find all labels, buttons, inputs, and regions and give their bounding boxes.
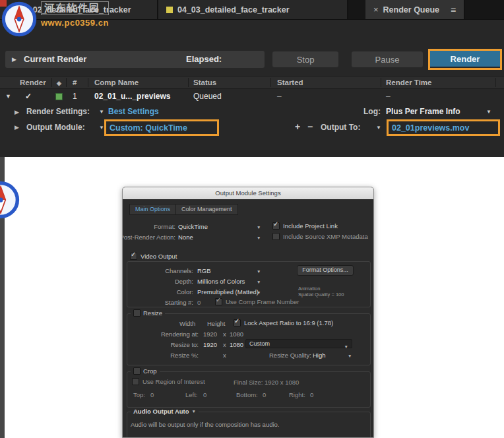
color-dropdown-icon[interactable]: ▼	[257, 290, 261, 295]
crop-top-label: Top:	[133, 391, 145, 398]
log-value[interactable]: Plus Per Frame Info	[386, 107, 460, 116]
render-settings-label: Render Settings:	[26, 107, 90, 116]
checkmark-icon: ✓	[131, 251, 136, 258]
crop-left-field[interactable]: 0	[203, 391, 206, 398]
log-dropdown-icon[interactable]: ▼	[486, 109, 491, 115]
column-render-time[interactable]: Render Time	[386, 78, 431, 86]
elapsed-label: Elapsed:	[186, 54, 222, 64]
watermark-site-name: 河东软件园	[41, 1, 109, 15]
queue-item-comp-name[interactable]: 02_01_u..._previews	[94, 92, 170, 101]
crop-right-label: Right:	[289, 391, 305, 398]
video-output-checkbox[interactable]: ✓ Video Output	[130, 253, 177, 260]
watermark: 河东软件园 www.pc0359.cn	[1, 1, 109, 37]
include-xmp-checkbox[interactable]: Include Source XMP Metadata	[272, 233, 368, 240]
final-size-label: Final Size: 1920 x 1080	[234, 379, 299, 386]
expand-triangle-icon[interactable]: ▼	[5, 93, 11, 100]
column-started[interactable]: Started	[277, 78, 303, 86]
pause-button[interactable]: Pause	[352, 51, 423, 67]
depth-select[interactable]: Millions of Colors	[197, 278, 245, 285]
output-module-dropdown-icon[interactable]: ▼	[99, 125, 104, 131]
add-output-icon[interactable]: +	[295, 121, 300, 132]
format-label: Format:	[154, 223, 175, 230]
audio-note: Audio will be output only if the composi…	[131, 421, 280, 428]
column-divider	[66, 78, 67, 87]
dimension-x: x	[223, 352, 226, 359]
format-select[interactable]: QuickTime	[178, 223, 208, 230]
output-module-value-link[interactable]: Custom: QuickTime	[110, 123, 187, 133]
column-number[interactable]: #	[73, 78, 77, 86]
queue-header-row: Render ◈ # Comp Name Status Started Rend…	[0, 76, 504, 89]
render-settings-disclosure-icon[interactable]: ▶	[15, 109, 19, 115]
format-dropdown-icon[interactable]: ▼	[257, 225, 261, 230]
lock-aspect-checkbox[interactable]: ✓ Lock Aspect Ratio to 16:9 (1.78)	[234, 319, 333, 327]
column-comp-name[interactable]: Comp Name	[94, 78, 139, 86]
resize-preset-value: Custom	[249, 340, 270, 347]
depth-dropdown-icon[interactable]: ▼	[257, 280, 261, 284]
screenshot-root: 04_02_detailed_face_tracker 04_03_detail…	[0, 0, 504, 438]
starting-number-value[interactable]: 0	[197, 299, 201, 306]
log-label: Log:	[363, 107, 381, 116]
video-output-label: Video Output	[141, 253, 177, 260]
tab-comp-04-03[interactable]: 04_03_detailed_face_tracker	[158, 0, 348, 19]
use-roi-checkbox[interactable]: Use Region of Interest	[132, 378, 205, 385]
format-options-button[interactable]: Format Options...	[297, 265, 354, 276]
stop-button[interactable]: Stop	[272, 51, 338, 67]
queue-item-render-time: –	[386, 92, 391, 101]
post-render-dropdown-icon[interactable]: ▼	[257, 235, 261, 240]
codec-info: Animation Spatial Quality = 100	[298, 286, 344, 297]
crop-bottom-field[interactable]: 0	[263, 391, 266, 398]
tab-render-queue[interactable]: × Render Queue ≡	[365, 0, 465, 19]
resize-checkbox[interactable]: Resize	[131, 309, 165, 317]
audio-output-dropdown-icon: ▼	[192, 409, 196, 414]
color-select[interactable]: Premultiplied (Matted)	[197, 288, 259, 296]
remove-output-icon[interactable]: −	[307, 121, 313, 132]
channels-select[interactable]: RGB	[197, 267, 211, 274]
tab-label: 04_03_detailed_face_tracker	[177, 5, 290, 15]
current-render-label: Current Render	[24, 54, 86, 64]
render-button[interactable]: Render	[430, 51, 500, 67]
unsaved-indicator-icon	[166, 7, 173, 13]
disclosure-triangle-icon[interactable]: ▶	[12, 56, 16, 63]
panel-menu-icon[interactable]: ≡	[451, 5, 456, 15]
close-icon[interactable]: ×	[373, 5, 379, 15]
current-render-bar[interactable]: ▶ Current Render Elapsed:	[5, 51, 265, 68]
checkmark-icon: ✓	[216, 296, 221, 303]
tab-color-management[interactable]: Color Management	[175, 204, 238, 215]
lock-aspect-label: Lock Aspect Ratio to 16:9 (1.78)	[244, 319, 333, 327]
crop-group	[127, 371, 371, 408]
output-to-annotation-box: 02_01previews.mov	[387, 119, 500, 136]
crop-right-field[interactable]: 0	[310, 391, 313, 398]
render-annotation-box: Render	[428, 49, 502, 70]
crop-checkbox[interactable]: Crop	[131, 367, 160, 375]
label-color-swatch[interactable]	[55, 93, 63, 100]
include-project-link-checkbox[interactable]: ✓ Include Project Link	[272, 222, 338, 230]
tab-main-options[interactable]: Main Options	[129, 204, 176, 215]
output-to-dropdown-icon[interactable]: ▼	[376, 125, 381, 131]
crop-top-field[interactable]: 0	[150, 391, 154, 398]
resize-height-field[interactable]: 1080	[230, 341, 243, 348]
resize-quality-dropdown-icon[interactable]: ▼	[348, 354, 352, 358]
codec-quality: Spatial Quality = 100	[298, 292, 344, 297]
watermark-logo-icon	[1, 1, 37, 37]
audio-output-select[interactable]: Audio Output Auto ▼	[131, 408, 199, 415]
resize-quality-select[interactable]: High	[313, 352, 326, 359]
output-module-disclosure-icon[interactable]: ▶	[15, 124, 19, 131]
rendering-at-label: Rendering at:	[161, 330, 199, 338]
column-divider	[495, 78, 496, 87]
column-render[interactable]: Render	[20, 78, 46, 86]
render-checkbox-checkmark-icon[interactable]: ✓	[25, 92, 32, 101]
render-settings-value-link[interactable]: Best Settings	[108, 107, 159, 116]
output-to-label: Output To:	[321, 123, 360, 132]
resize-preset-select[interactable]: Custom ▼	[245, 339, 352, 348]
dialog-tabs: Main OptionsColor Management	[129, 204, 238, 215]
depth-label: Depth:	[175, 278, 193, 285]
post-render-action-select[interactable]: None	[178, 234, 193, 241]
column-status[interactable]: Status	[193, 78, 216, 86]
rendering-height-value: 1080	[230, 330, 243, 338]
output-to-value-link[interactable]: 02_01previews.mov	[392, 123, 469, 133]
render-settings-dropdown-icon[interactable]: ▼	[99, 109, 104, 115]
use-comp-frame-checkbox[interactable]: ✓ Use Comp Frame Number	[215, 298, 299, 305]
resize-width-field[interactable]: 1920	[203, 341, 217, 348]
checkmark-icon: ✓	[234, 317, 239, 325]
channels-dropdown-icon[interactable]: ▼	[257, 269, 261, 274]
